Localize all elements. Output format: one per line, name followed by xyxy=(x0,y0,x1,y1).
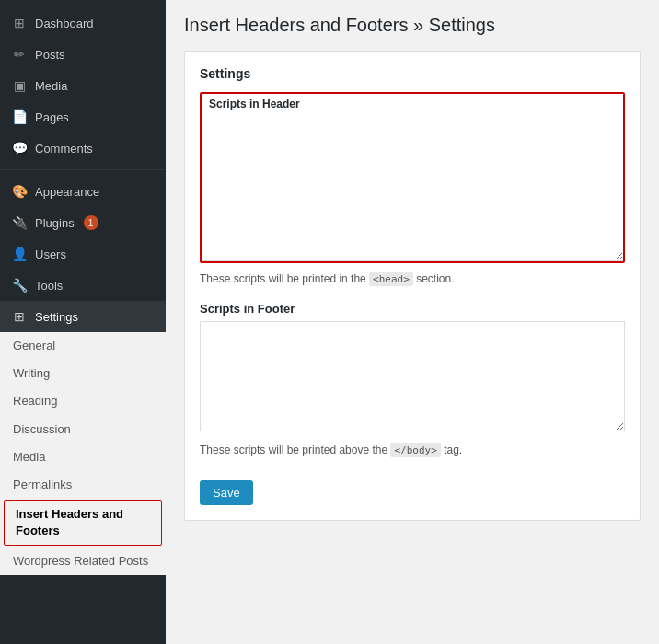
submenu-item-insert-headers-footers[interactable]: Insert Headers and Footers xyxy=(4,500,162,545)
media-icon: ▣ xyxy=(11,77,28,94)
nav-item-settings[interactable]: ⊞ Settings xyxy=(0,301,166,332)
nav-item-media[interactable]: ▣ Media xyxy=(0,70,166,101)
submenu-item-discussion[interactable]: Discussion xyxy=(0,416,166,443)
nav-label-plugins: Plugins xyxy=(35,216,75,230)
nav-label-settings: Settings xyxy=(35,310,78,324)
nav-label-media: Media xyxy=(35,79,67,93)
settings-panel: Settings Scripts in Header These scripts… xyxy=(184,51,641,521)
page-title: Insert Headers and Footers » Settings xyxy=(184,15,641,36)
submenu-item-general[interactable]: General xyxy=(0,332,166,360)
nav-label-dashboard: Dashboard xyxy=(35,17,94,30)
tools-icon: 🔧 xyxy=(11,277,28,293)
submenu-item-reading[interactable]: Reading xyxy=(0,387,166,415)
header-help-text: These scripts will be printed in the <he… xyxy=(200,269,625,289)
sidebar: ⊞ Dashboard ✏ Posts ▣ Media 📄 Pages 💬 Co… xyxy=(0,0,166,644)
settings-section-title: Settings xyxy=(200,66,625,81)
scripts-in-header-field: Scripts in Header xyxy=(200,92,625,263)
posts-icon: ✏ xyxy=(11,46,28,63)
comments-icon: 💬 xyxy=(11,140,28,156)
nav-item-posts[interactable]: ✏ Posts xyxy=(0,39,166,70)
body-code: </body> xyxy=(390,443,440,457)
appearance-icon: 🎨 xyxy=(11,183,28,200)
nav-label-users: Users xyxy=(35,247,66,261)
save-button[interactable]: Save xyxy=(200,480,253,505)
nav-item-users[interactable]: 👤 Users xyxy=(0,238,166,270)
pages-icon: 📄 xyxy=(11,109,28,125)
plugins-badge: 1 xyxy=(84,215,98,230)
nav-label-comments: Comments xyxy=(35,142,93,155)
nav-item-plugins[interactable]: 🔌 Plugins 1 xyxy=(0,207,166,238)
nav-item-dashboard[interactable]: ⊞ Dashboard xyxy=(0,7,166,39)
settings-icon: ⊞ xyxy=(11,308,28,325)
users-icon: 👤 xyxy=(11,246,28,262)
nav-label-posts: Posts xyxy=(35,48,65,62)
scripts-in-header-textarea[interactable] xyxy=(202,114,623,261)
submenu-item-writing[interactable]: Writing xyxy=(0,360,166,387)
scripts-in-footer-textarea[interactable] xyxy=(200,321,625,431)
nav-item-pages[interactable]: 📄 Pages xyxy=(0,101,166,132)
submenu-item-media[interactable]: Media xyxy=(0,443,166,471)
nav-label-pages: Pages xyxy=(35,110,69,124)
settings-submenu: General Writing Reading Discussion Media… xyxy=(0,332,166,575)
scripts-in-header-label: Scripts in Header xyxy=(202,94,623,114)
dashboard-icon: ⊞ xyxy=(11,15,28,31)
nav-item-tools[interactable]: 🔧 Tools xyxy=(0,270,166,301)
nav-label-tools: Tools xyxy=(35,279,63,293)
submenu-item-permalinks[interactable]: Permalinks xyxy=(0,471,166,499)
plugins-icon: 🔌 xyxy=(11,214,28,231)
scripts-in-footer-label: Scripts in Footer xyxy=(200,302,625,316)
nav-label-appearance: Appearance xyxy=(35,185,99,199)
footer-help-text: These scripts will be printed above the … xyxy=(200,440,625,460)
nav-item-appearance[interactable]: 🎨 Appearance xyxy=(0,176,166,207)
main-content: Insert Headers and Footers » Settings Se… xyxy=(166,0,659,644)
submenu-item-wordpress-related-posts[interactable]: Wordpress Related Posts xyxy=(0,547,166,575)
head-code: <head> xyxy=(369,272,413,286)
nav-item-comments[interactable]: 💬 Comments xyxy=(0,132,166,164)
